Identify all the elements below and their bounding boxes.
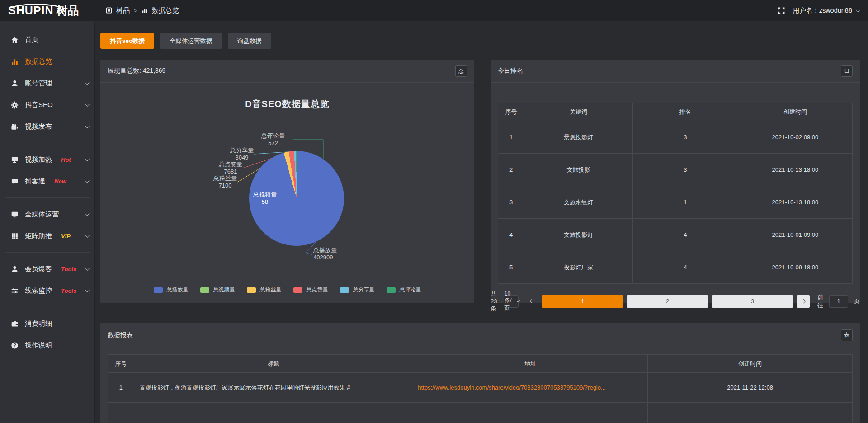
question-icon: ? (11, 342, 19, 349)
legend-label: 总播放量 (167, 286, 189, 294)
total-toggle-button[interactable]: 总 (455, 65, 467, 77)
goto-page-input[interactable] (829, 295, 848, 308)
sidebar-item-account[interactable]: 账号管理 (0, 72, 94, 94)
chevron-down-icon (85, 288, 90, 292)
impressions-total: 展现量总数: 421,369 (108, 67, 165, 75)
legend-label: 总点赞量 (307, 286, 328, 294)
new-badge: New (54, 178, 66, 185)
day-toggle-button[interactable]: 日 (841, 65, 853, 77)
tab-media-ops-data[interactable]: 全媒体运营数据 (160, 33, 222, 49)
chart-icon (11, 58, 19, 66)
table-row-partial (108, 403, 853, 423)
pie-label-name: 总视频量 (248, 191, 282, 198)
pie-label-comments: 总评论量 572 (254, 132, 292, 147)
table-toggle-button[interactable]: 表 (841, 329, 853, 341)
sidebar-item-matrix-boost[interactable]: 矩阵助推 VIP (0, 225, 94, 247)
legend-chip (247, 287, 256, 293)
cell-created: 2021-10-02 09:00 (738, 121, 852, 154)
page-size-select[interactable]: 10条/页 (504, 295, 519, 308)
pie-label-name: 总评论量 (254, 132, 292, 140)
chevron-left-icon (529, 299, 534, 304)
sidebar-item-label: 矩阵助推 (25, 232, 52, 240)
cell-created: 2021-10-13 18:00 (738, 154, 852, 186)
sidebar-item-douyin-seo[interactable]: 抖音SEO (0, 94, 94, 116)
table-row: 3 文旅水纹灯 1 2021-10-13 18:00 (498, 186, 853, 219)
legend-item-fans[interactable]: 总粉丝量 (247, 286, 282, 294)
cell-index: 2 (498, 154, 524, 186)
sidebar-item-home[interactable]: 首页 (0, 29, 94, 51)
pie-chart-area: D音SEO数据量总览 总评论量 572 (100, 83, 474, 303)
video-url-link[interactable]: https://www.iesdouyin.com/share/video/70… (418, 384, 606, 391)
sidebar-item-data-overview[interactable]: 数据总览 (0, 51, 94, 72)
report-panel-title: 数据报表 (108, 331, 133, 339)
sidebar-item-label: 线索监控 (25, 287, 52, 295)
column-header: 关键词 (524, 103, 633, 121)
legend-item-videos[interactable]: 总视频量 (200, 286, 235, 294)
legend-item-share[interactable]: 总分享量 (340, 286, 375, 294)
cell-rank: 3 (632, 121, 738, 154)
legend-chip (154, 287, 163, 293)
goto-label: 前往 (817, 293, 823, 310)
sidebar-item-consumption[interactable]: 消费明细 (0, 313, 94, 334)
chevron-down-icon (856, 8, 860, 12)
tools-badge: Tools (61, 287, 76, 294)
next-page-button[interactable] (797, 295, 810, 308)
prev-page-button[interactable] (525, 295, 538, 308)
legend-label: 总分享量 (353, 286, 375, 294)
legend-item-plays[interactable]: 总播放量 (154, 286, 189, 294)
page-button-2[interactable]: 2 (627, 295, 708, 308)
cell-rank: 4 (632, 219, 738, 251)
pie-label-value: 572 (254, 140, 292, 147)
sidebar-item-video-heat[interactable]: 视频加热 Hot (0, 149, 94, 170)
table-row: 4 文旅投影灯 4 2021-10-01 09:00 (498, 219, 853, 251)
sidebar-item-media-ops[interactable]: 全媒体运营 (0, 203, 94, 225)
sidebar-item-label: 操作说明 (25, 341, 52, 350)
cell-keyword: 文旅投影灯 (524, 219, 633, 251)
table-row: 2 文旅投影 3 2021-10-13 18:00 (498, 154, 853, 186)
wallet-icon (11, 320, 19, 328)
pagination-total: 共 23 条 (491, 290, 497, 313)
page-button-1[interactable]: 1 (542, 295, 623, 308)
ranking-panel-header: 今日排名 日 (491, 60, 860, 83)
legend-item-comments[interactable]: 总评论量 (387, 286, 421, 294)
sidebar-item-lead-monitor[interactable]: 线索监控 Tools (0, 280, 94, 301)
sidebar-item-label: 视频加热 (25, 155, 52, 164)
ranking-table: 序号 关键词 排名 创建时间 1 景观投影灯 3 (498, 103, 853, 284)
chevron-down-icon (516, 299, 520, 302)
user-menu[interactable]: 用户名：zswodun88 (793, 6, 859, 15)
table-row: 1 景观投影灯，夜游景观投影灯厂家展示展示落花灯在花园里的灯光投影应用效果 # … (108, 373, 853, 403)
report-table: 序号 标题 地址 创建时间 1 景观投影灯，夜游景观投影灯厂家展示展示落花灯在花… (108, 354, 853, 423)
impressions-total-label: 展现量总数: (108, 67, 141, 74)
sidebar-item-video-publish[interactable]: 视频发布 (0, 116, 94, 137)
cell-created: 2021-10-13 18:00 (738, 186, 852, 219)
legend-item-likes[interactable]: 总点赞量 (293, 286, 328, 294)
chevron-down-icon (85, 212, 90, 216)
sliders-icon (11, 287, 19, 295)
user-icon (11, 80, 19, 87)
main-content: 抖音seo数据 全媒体运营数据 询盘数据 展现量总数: 421,369 总 D音 (95, 21, 868, 423)
tab-inquiry-data[interactable]: 询盘数据 (228, 33, 271, 49)
cell-created: 2021-11-22 12:08 (648, 373, 853, 403)
legend-chip (200, 287, 209, 293)
page-button-3[interactable]: 3 (712, 295, 793, 308)
pie-label-value: 3049 (223, 154, 261, 161)
chevron-down-icon (85, 266, 90, 271)
column-header: 地址 (413, 355, 648, 373)
legend-chip (387, 287, 396, 293)
ranking-table-wrap: 序号 关键词 排名 创建时间 1 景观投影灯 3 (498, 103, 853, 284)
cell-keyword: 投影灯厂家 (524, 251, 633, 284)
tab-douyin-seo-data[interactable]: 抖音seo数据 (100, 33, 154, 49)
sidebar-item-doukettong[interactable]: 抖客通 New (0, 170, 94, 192)
breadcrumb-root[interactable]: 树品 (116, 6, 130, 15)
sidebar-item-member-tools[interactable]: 会员爆客 Tools (0, 258, 94, 280)
fullscreen-icon[interactable] (778, 7, 785, 14)
svg-text:?: ? (13, 343, 16, 348)
pie-label-name: 总播放量 (313, 247, 359, 254)
hot-badge: Hot (61, 156, 71, 163)
column-header: 创建时间 (648, 355, 853, 373)
pie-label-fans: 总粉丝量 7100 (206, 175, 244, 189)
cell-keyword: 景观投影灯 (524, 121, 633, 154)
pagination: 共 23 条 10条/页 1 2 3 前往 页 (491, 290, 860, 313)
sidebar-item-help[interactable]: ? 操作说明 (0, 334, 94, 356)
chevron-down-icon (85, 80, 90, 85)
